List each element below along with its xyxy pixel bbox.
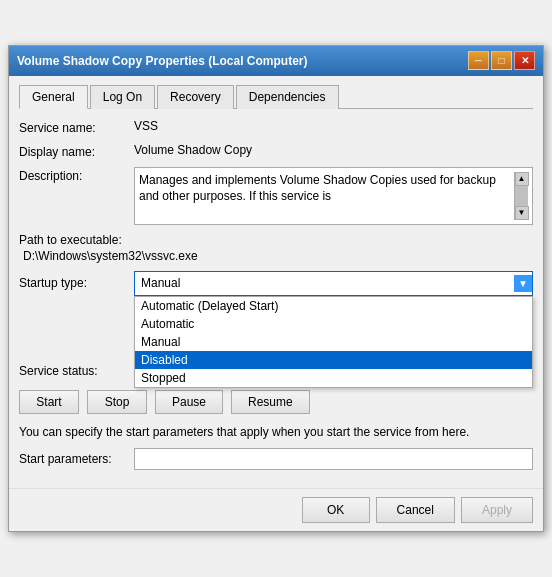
startup-select[interactable]: Manual ▼ [134, 271, 533, 296]
service-status-label: Service status: [19, 364, 134, 378]
startup-option-stopped[interactable]: Stopped [135, 369, 532, 387]
minimize-button[interactable]: ─ [468, 51, 489, 70]
start-params-label: Start parameters: [19, 452, 134, 466]
window-controls: ─ □ ✕ [468, 51, 535, 70]
service-name-value: VSS [134, 119, 533, 133]
start-button[interactable]: Start [19, 390, 79, 414]
tab-logon[interactable]: Log On [90, 85, 155, 109]
service-buttons: Start Stop Pause Resume [19, 390, 533, 414]
path-section: Path to executable: D:\Windows\system32\… [19, 233, 533, 263]
display-name-value: Volume Shadow Copy [134, 143, 533, 157]
display-name-label: Display name: [19, 143, 134, 159]
resume-button[interactable]: Resume [231, 390, 310, 414]
startup-type-label: Startup type: [19, 276, 134, 290]
service-name-label: Service name: [19, 119, 134, 135]
display-name-row: Display name: Volume Shadow Copy [19, 143, 533, 159]
window-content: General Log On Recovery Dependencies Ser… [9, 76, 543, 489]
footer-buttons: OK Cancel Apply [9, 488, 543, 531]
cancel-button[interactable]: Cancel [376, 497, 455, 523]
startup-current-value: Manual [141, 276, 180, 290]
ok-button[interactable]: OK [302, 497, 370, 523]
description-label: Description: [19, 167, 134, 183]
info-text: You can specify the start parameters tha… [19, 424, 533, 441]
dropdown-arrow-icon[interactable]: ▼ [514, 275, 532, 292]
scroll-up-btn[interactable]: ▲ [515, 172, 529, 186]
main-window: Volume Shadow Copy Properties (Local Com… [8, 45, 544, 533]
startup-option-automatic[interactable]: Automatic [135, 315, 532, 333]
maximize-button[interactable]: □ [491, 51, 512, 70]
window-title: Volume Shadow Copy Properties (Local Com… [17, 54, 307, 68]
path-label: Path to executable: [19, 233, 533, 247]
startup-type-row: Startup type: Manual ▼ Automatic (Delaye… [19, 271, 533, 296]
scroll-thumb[interactable] [515, 186, 528, 206]
description-box: Manages and implements Volume Shadow Cop… [134, 167, 533, 225]
close-button[interactable]: ✕ [514, 51, 535, 70]
scroll-down-btn[interactable]: ▼ [515, 206, 529, 220]
apply-button[interactable]: Apply [461, 497, 533, 523]
startup-dropdown-list: Automatic (Delayed Start) Automatic Manu… [134, 296, 533, 388]
startup-select-container: Manual ▼ Automatic (Delayed Start) Autom… [134, 271, 533, 296]
startup-option-disabled[interactable]: Disabled [135, 351, 532, 369]
title-bar: Volume Shadow Copy Properties (Local Com… [9, 46, 543, 76]
tab-bar: General Log On Recovery Dependencies [19, 84, 533, 109]
tab-recovery[interactable]: Recovery [157, 85, 234, 109]
tab-dependencies[interactable]: Dependencies [236, 85, 339, 109]
description-scrollbar[interactable]: ▲ ▼ [514, 172, 528, 220]
tab-general[interactable]: General [19, 85, 88, 109]
startup-option-delayed[interactable]: Automatic (Delayed Start) [135, 297, 532, 315]
description-row: Description: Manages and implements Volu… [19, 167, 533, 225]
service-name-row: Service name: VSS [19, 119, 533, 135]
pause-button[interactable]: Pause [155, 390, 223, 414]
startup-option-manual[interactable]: Manual [135, 333, 532, 351]
description-text: Manages and implements Volume Shadow Cop… [139, 172, 514, 220]
start-params-input[interactable] [134, 448, 533, 470]
path-value: D:\Windows\system32\vssvc.exe [23, 249, 533, 263]
start-params-row: Start parameters: [19, 448, 533, 470]
stop-button[interactable]: Stop [87, 390, 147, 414]
